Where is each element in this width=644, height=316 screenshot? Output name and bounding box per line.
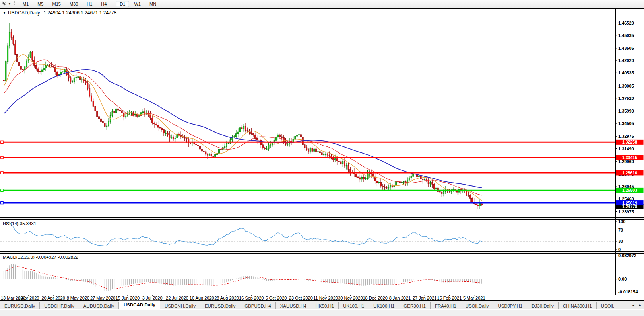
macd-axis-label: -0.018154: [618, 289, 638, 294]
svg-text:16 Sep 2020: 16 Sep 2020: [239, 296, 264, 300]
timeframe-button-d1[interactable]: D1: [116, 1, 129, 7]
svg-text:1.30415: 1.30415: [622, 155, 637, 160]
svg-text:1 Apr 2020: 1 Apr 2020: [18, 296, 39, 300]
level-price-tag: 1.28616: [616, 170, 644, 175]
svg-text:1.28616: 1.28616: [622, 170, 637, 175]
svg-text:11 Nov 2020: 11 Nov 2020: [313, 296, 338, 300]
symbol-tabbar: EURUSD,DailyUSDCHF,DailyAUDUSD,DailyUSDC…: [0, 301, 644, 309]
svg-text:1.32258: 1.32258: [622, 140, 637, 144]
timeframe-button-m30[interactable]: M30: [66, 1, 82, 7]
top-toolbar: ▼ M1M5M15M30H1H4D1W1MN: [0, 0, 644, 8]
tab-scroll-right-icon[interactable]: ►: [638, 304, 642, 307]
symbol-tab-dj30-daily-15[interactable]: DJ30,Daily: [527, 302, 559, 309]
tab-scroll-left-icon[interactable]: ◄: [632, 304, 635, 307]
svg-text:1.46520: 1.46520: [618, 21, 634, 25]
svg-text:1.34505: 1.34505: [618, 121, 634, 126]
toolbar-separator: [163, 1, 163, 6]
svg-text:30 Nov 2020: 30 Nov 2020: [338, 296, 363, 300]
date-axis[interactable]: 13 Mar 20201 Apr 202020 Apr 20208 May 20…: [1, 295, 485, 300]
svg-text:15 Jun 2020: 15 Jun 2020: [116, 296, 140, 300]
svg-text:5 Mar 2021: 5 Mar 2021: [463, 296, 485, 300]
svg-text:3 Jul 2020: 3 Jul 2020: [142, 296, 163, 300]
svg-text:1.32975: 1.32975: [618, 134, 634, 138]
symbol-tab-usoil-daily-13[interactable]: USOil,Daily: [461, 302, 494, 309]
svg-text:1.37520: 1.37520: [618, 96, 634, 101]
macd-axis-label: 0.00: [618, 277, 627, 281]
level-price-tag: 1.30415: [616, 155, 644, 160]
toolbar-grip[interactable]: [14, 1, 16, 6]
symbol-tab-fra40-h1-12[interactable]: FRA40,H1: [431, 302, 461, 309]
svg-text:1.23975: 1.23975: [618, 209, 634, 214]
symbol-tab-hk50-h1-8[interactable]: HK50,H1: [311, 302, 339, 309]
svg-text:27 May 2020: 27 May 2020: [90, 296, 116, 300]
macd-axis-label: 0.032972: [618, 253, 636, 258]
chart-cursor-tool[interactable]: ▼: [0, 1, 13, 6]
svg-text:22 Jul 2020: 22 Jul 2020: [166, 296, 188, 300]
level-price-tag: 1.25019: [616, 200, 644, 205]
rsi-axis-label: 100: [618, 219, 625, 224]
timeframe-button-h1[interactable]: H1: [83, 1, 96, 7]
svg-text:23 Oct 2020: 23 Oct 2020: [289, 296, 313, 300]
crosshair-cursor-icon: [2, 1, 7, 6]
level-anchor-handle[interactable]: [1, 202, 3, 204]
timeframe-button-m5[interactable]: M5: [33, 1, 47, 7]
level-anchor-handle[interactable]: [1, 189, 3, 191]
svg-text:5 Oct 2020: 5 Oct 2020: [266, 296, 287, 300]
symbol-tab-uk100-h1-10[interactable]: UK100,H1: [369, 302, 399, 309]
price-chart-window[interactable]: 1.465201.450351.435051.420201.405351.390…: [0, 8, 644, 301]
timeframe-button-w1[interactable]: W1: [130, 1, 145, 7]
svg-text:1.35990: 1.35990: [618, 109, 634, 113]
level-anchor-handle[interactable]: [1, 172, 3, 174]
svg-text:18 Dec 2020: 18 Dec 2020: [363, 296, 387, 300]
svg-text:1.40535: 1.40535: [618, 70, 634, 75]
svg-text:1.31490: 1.31490: [618, 146, 634, 151]
timeframe-button-h4[interactable]: H4: [97, 1, 111, 7]
status-strip: [0, 309, 644, 316]
svg-text:1.43505: 1.43505: [618, 46, 634, 51]
svg-text:15 Feb 2021: 15 Feb 2021: [437, 296, 462, 300]
symbol-tab-gbpusd-h4-6[interactable]: GBPUSD,H4: [240, 302, 275, 309]
symbol-tab-eurusd-daily-0[interactable]: EURUSD,Daily: [0, 302, 40, 309]
svg-text:1.39005: 1.39005: [618, 84, 634, 88]
symbol-tab-usdcad-daily-3[interactable]: USDCAD,Daily: [119, 300, 160, 309]
svg-text:1.25019: 1.25019: [622, 201, 637, 205]
level-anchor-handle[interactable]: [1, 156, 3, 159]
level-price-tag: 1.32258: [616, 140, 644, 145]
symbol-tab-eurusd-daily-5[interactable]: EURUSD,Daily: [200, 302, 240, 309]
symbol-tab-audusd-daily-2[interactable]: AUDUSD,Daily: [79, 302, 119, 309]
symbol-tab-china300-h1-16[interactable]: CHINA300,H1: [559, 302, 597, 309]
timeframe-button-mn[interactable]: MN: [145, 1, 160, 7]
svg-text:1.45035: 1.45035: [618, 33, 634, 38]
svg-text:20 Apr 2020: 20 Apr 2020: [41, 296, 65, 300]
symbol-tab-usoil--17[interactable]: USOil,: [597, 302, 619, 309]
level-price-tag: 1.26503: [616, 188, 644, 193]
timeframe-buttons: M1M5M15M30H1H4D1W1MN: [18, 1, 165, 7]
svg-text:10 Aug 2020: 10 Aug 2020: [190, 296, 214, 300]
level-anchor-handle[interactable]: [1, 141, 3, 143]
symbol-tab-usdchf-daily-1[interactable]: USDCHF,Daily: [40, 302, 79, 309]
rsi-axis-label: 0: [618, 247, 621, 252]
svg-text:8 May 2020: 8 May 2020: [67, 296, 89, 300]
tab-scroll-area: ◄ ►: [629, 301, 644, 309]
symbol-tab-uk100-h1-9[interactable]: UK100,H1: [339, 302, 369, 309]
timeframe-button-m1[interactable]: M1: [19, 1, 33, 7]
rsi-axis-label: 70: [618, 228, 623, 232]
symbol-tab-xauusd-h4-7[interactable]: XAUUSD,H4: [276, 302, 311, 309]
toolbar-separator: [113, 1, 113, 6]
svg-text:28 Aug 2020: 28 Aug 2020: [214, 296, 239, 300]
svg-text:27 Jan 2021: 27 Jan 2021: [413, 296, 437, 300]
rsi-axis-label: 30: [618, 239, 623, 244]
svg-text:1.26503: 1.26503: [622, 188, 637, 193]
symbol-tab-usdjpy-h1-14[interactable]: USDJPY,H1: [493, 302, 527, 309]
symbol-tab-ger30-h1-11[interactable]: GER30,H1: [399, 302, 431, 309]
svg-text:1.42020: 1.42020: [618, 58, 634, 63]
symbol-tab-usdcnh-daily-4[interactable]: USDCNH,Daily: [160, 302, 200, 309]
svg-text:8 Jan 2021: 8 Jan 2021: [389, 296, 411, 300]
timeframe-button-m15[interactable]: M15: [48, 1, 64, 7]
cursor-dropdown-arrow[interactable]: ▼: [8, 2, 11, 6]
